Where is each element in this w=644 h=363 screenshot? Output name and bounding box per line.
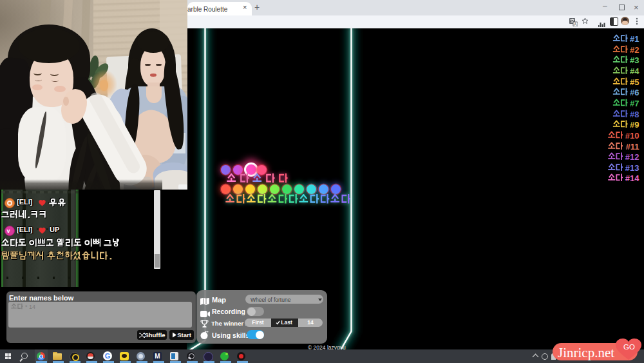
- svg-text:#12: #12: [625, 152, 639, 162]
- svg-text:#3: #3: [630, 55, 639, 65]
- svg-text:#8: #8: [630, 109, 639, 119]
- svg-text:#14: #14: [625, 173, 639, 183]
- svg-text:* 14: * 14: [25, 304, 35, 310]
- svg-text:#5: #5: [630, 77, 639, 86]
- svg-text:#11: #11: [626, 141, 639, 151]
- svg-text:#10: #10: [625, 130, 639, 140]
- svg-text:#6: #6: [630, 88, 639, 97]
- svg-text:A: A: [574, 22, 577, 26]
- svg-text:GO: GO: [623, 343, 635, 351]
- svg-text:#2: #2: [630, 44, 639, 54]
- svg-text:#13: #13: [625, 162, 639, 172]
- svg-text:#7: #7: [630, 98, 639, 108]
- svg-text:#1: #1: [630, 34, 639, 44]
- svg-text:#9: #9: [630, 120, 639, 130]
- svg-text:#4: #4: [630, 66, 639, 75]
